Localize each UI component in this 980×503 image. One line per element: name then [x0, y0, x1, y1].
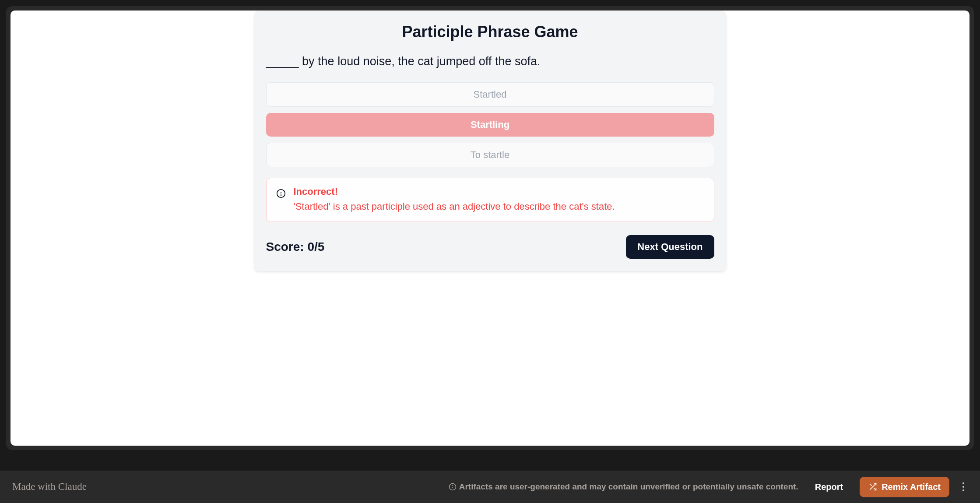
svg-point-2: [281, 195, 281, 195]
quiz-title: Participle Phrase Game: [266, 23, 714, 41]
quiz-question: _____ by the loud noise, the cat jumped …: [266, 53, 714, 70]
alert-circle-icon: [276, 189, 286, 198]
app-outer-frame: Participle Phrase Game _____ by the loud…: [6, 6, 974, 450]
menu-dot-icon: [962, 482, 964, 484]
info-circle-icon: [449, 483, 457, 491]
report-button[interactable]: Report: [808, 478, 850, 496]
shuffle-icon: [868, 482, 877, 491]
made-with-text: Made with: [12, 481, 58, 492]
claude-brand: Claude: [58, 481, 87, 492]
menu-dot-icon: [962, 486, 964, 488]
options-container: Startled Startling To startle: [266, 82, 714, 167]
next-question-button[interactable]: Next Question: [626, 235, 714, 259]
bottom-bar: Made with Claude Artifacts are user-gene…: [0, 471, 980, 503]
svg-line-8: [870, 484, 871, 485]
option-button-3[interactable]: To startle: [266, 143, 714, 167]
quiz-card: Participle Phrase Game _____ by the loud…: [254, 11, 727, 271]
quiz-footer: Score: 0/5 Next Question: [266, 235, 714, 259]
remix-button-label: Remix Artifact: [882, 482, 941, 492]
score-text: Score: 0/5: [266, 240, 325, 254]
made-with-claude[interactable]: Made with Claude: [12, 481, 87, 492]
menu-dot-icon: [962, 489, 964, 491]
feedback-content: Incorrect! 'Startled' is a past particip…: [294, 186, 704, 214]
svg-point-5: [452, 485, 453, 486]
more-menu-button[interactable]: [959, 479, 968, 495]
app-inner-frame: Participle Phrase Game _____ by the loud…: [11, 11, 969, 446]
feedback-explanation: 'Startled' is a past participle used as …: [294, 199, 704, 214]
bottom-bar-right: Artifacts are user-generated and may con…: [449, 477, 968, 497]
remix-artifact-button[interactable]: Remix Artifact: [860, 477, 949, 497]
option-button-2[interactable]: Startling: [266, 113, 714, 137]
disclaimer-text: Artifacts are user-generated and may con…: [459, 482, 798, 492]
option-button-1[interactable]: Startled: [266, 82, 714, 107]
feedback-status: Incorrect!: [294, 186, 704, 197]
disclaimer: Artifacts are user-generated and may con…: [449, 482, 798, 492]
feedback-box: Incorrect! 'Startled' is a past particip…: [266, 178, 714, 222]
